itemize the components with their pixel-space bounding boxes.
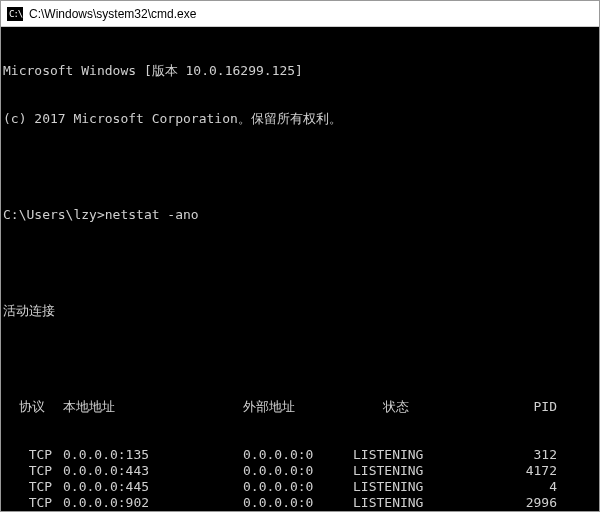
cell-proto: TCP	[3, 479, 63, 495]
cell-local: 0.0.0.0:902	[63, 495, 193, 511]
header-pid: PID	[503, 399, 563, 415]
cell-foreign: 0.0.0.0:0	[193, 495, 353, 511]
cell-pid: 312	[503, 447, 563, 463]
banner-line-2: (c) 2017 Microsoft Corporation。保留所有权利。	[3, 111, 597, 127]
blank-line	[3, 255, 597, 271]
cell-state: LISTENING	[353, 463, 503, 479]
titlebar[interactable]: C:\ C:\Windows\system32\cmd.exe	[1, 1, 599, 27]
cmd-window: C:\ C:\Windows\system32\cmd.exe Microsof…	[0, 0, 600, 512]
header-local: 本地地址	[63, 399, 193, 415]
cell-foreign: 0.0.0.0:0	[193, 463, 353, 479]
cmd-icon: C:\	[7, 7, 23, 21]
cell-foreign: 0.0.0.0:0	[193, 479, 353, 495]
cell-foreign: 0.0.0.0:0	[193, 447, 353, 463]
cell-pid: 4172	[503, 463, 563, 479]
cell-proto: TCP	[3, 463, 63, 479]
cell-pid: 2996	[503, 495, 563, 511]
section-title: 活动连接	[3, 303, 597, 319]
terminal-body[interactable]: Microsoft Windows [版本 10.0.16299.125] (c…	[1, 27, 599, 511]
prompt-path: C:\Users\lzy>	[3, 207, 105, 222]
blank-line	[3, 159, 597, 175]
prompt-command: netstat -ano	[105, 207, 199, 222]
connection-list: TCP0.0.0.0:1350.0.0.0:0LISTENING312 TCP0…	[3, 447, 597, 511]
table-row: TCP0.0.0.0:4450.0.0.0:0LISTENING4	[3, 479, 597, 495]
cell-local: 0.0.0.0:445	[63, 479, 193, 495]
cell-local: 0.0.0.0:135	[63, 447, 193, 463]
header-state: 状态	[353, 399, 503, 415]
banner-line-1: Microsoft Windows [版本 10.0.16299.125]	[3, 63, 597, 79]
blank-line	[3, 351, 597, 367]
cell-proto: TCP	[3, 447, 63, 463]
header-proto: 协议	[3, 399, 63, 415]
window-title: C:\Windows\system32\cmd.exe	[29, 7, 196, 21]
cell-state: LISTENING	[353, 495, 503, 511]
cell-proto: TCP	[3, 495, 63, 511]
header-foreign: 外部地址	[193, 399, 353, 415]
table-row: TCP0.0.0.0:9020.0.0.0:0LISTENING2996	[3, 495, 597, 511]
table-row: TCP0.0.0.0:1350.0.0.0:0LISTENING312	[3, 447, 597, 463]
cell-state: LISTENING	[353, 447, 503, 463]
cell-state: LISTENING	[353, 479, 503, 495]
table-row: TCP0.0.0.0:4430.0.0.0:0LISTENING4172	[3, 463, 597, 479]
cell-local: 0.0.0.0:443	[63, 463, 193, 479]
cell-pid: 4	[503, 479, 563, 495]
header-row: 协议 本地地址 外部地址 状态 PID	[3, 399, 597, 415]
prompt-line: C:\Users\lzy>netstat -ano	[3, 207, 597, 223]
